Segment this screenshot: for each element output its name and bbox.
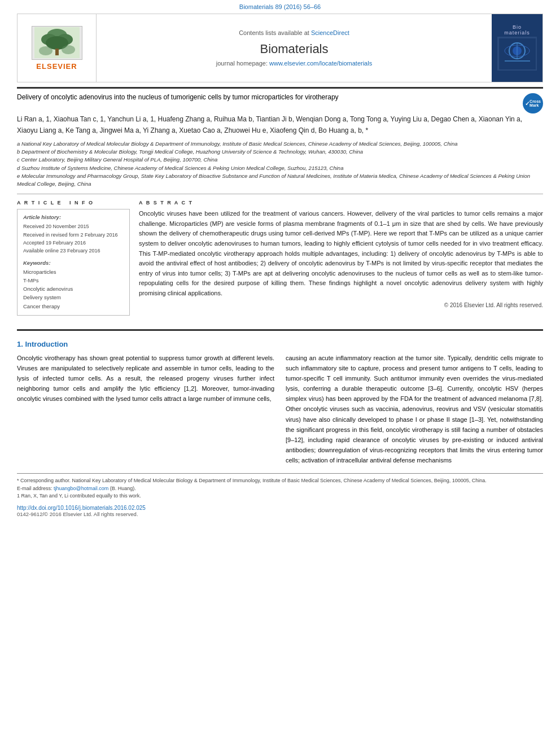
elsevier-wordmark: ELSEVIER bbox=[36, 62, 77, 71]
abstract-divider bbox=[17, 329, 543, 331]
journal-ref-bar: Biomaterials 89 (2016) 56–66 bbox=[0, 0, 560, 11]
article-info-col: A R T I C L E I N F O Article history: R… bbox=[17, 200, 130, 321]
crossmark-badge[interactable]: ✓CrossMark bbox=[523, 93, 543, 113]
journal-ref-text: Biomaterials 89 (2016) 56–66 bbox=[239, 3, 321, 10]
affiliation-d: d Suzhou Institute of Systems Medicine, … bbox=[17, 164, 543, 172]
footnote-1: 1 Ran, X, Tan and Y, Li contributed equa… bbox=[17, 492, 543, 500]
intro-right-col: causing an acute inflammatory reaction a… bbox=[286, 353, 543, 466]
abstract-col: A B S T R A C T Oncolytic viruses have b… bbox=[139, 200, 543, 321]
elsevier-tree-image bbox=[32, 26, 82, 60]
cover-svg bbox=[499, 38, 536, 69]
cover-thumbnail bbox=[497, 37, 537, 71]
affiliation-c: c Center Laboratory, Beijing Military Ge… bbox=[17, 156, 543, 164]
doi-line: http://dx.doi.org/10.1016/j.biomaterials… bbox=[17, 505, 543, 511]
abstract-section-label: A B S T R A C T bbox=[139, 200, 543, 206]
paper-title-row: Delivery of oncolytic adenovirus into th… bbox=[17, 93, 543, 113]
corresponding-author-note: * Corresponding author. National Key Lab… bbox=[17, 477, 543, 485]
article-info-box: Article history: Received 20 November 20… bbox=[17, 209, 130, 316]
footnote-section: * Corresponding author. National Key Lab… bbox=[17, 473, 543, 500]
intro-left-col: Oncolytic virotherapy has shown great po… bbox=[17, 353, 274, 466]
article-info-abstract-row: A R T I C L E I N F O Article history: R… bbox=[17, 200, 543, 321]
article-info-section-label: A R T I C L E I N F O bbox=[17, 200, 130, 206]
header-divider bbox=[17, 87, 543, 89]
affiliation-b: b Department of Biochemistry & Molecular… bbox=[17, 148, 543, 156]
elsevier-logo: ELSEVIER bbox=[32, 26, 82, 71]
journal-homepage-line: journal homepage: www.elsevier.com/locat… bbox=[216, 60, 372, 67]
affiliation-e: e Molecular Immunology and Pharmacology … bbox=[17, 172, 543, 189]
main-content-area: Delivery of oncolytic adenovirus into th… bbox=[0, 93, 560, 517]
article-history-label: Article history: bbox=[23, 214, 124, 220]
svg-point-6 bbox=[39, 46, 53, 55]
tree-svg bbox=[34, 27, 80, 58]
keywords-list: Microparticles T-MPs Oncolytic adenoviru… bbox=[23, 268, 124, 311]
contents-available-text: Contents lists available at ScienceDirec… bbox=[239, 29, 349, 36]
biomaterials-cover-logo: Biomaterials bbox=[492, 14, 542, 82]
email-address[interactable]: tjhuangbo@hotmail.com bbox=[54, 486, 108, 491]
issn-line: 0142-9612/© 2016 Elsevier Ltd. All right… bbox=[17, 511, 543, 517]
sciencedirect-link[interactable]: ScienceDirect bbox=[311, 29, 349, 36]
elsevier-logo-area: ELSEVIER bbox=[18, 14, 97, 82]
journal-name-heading: Biomaterials bbox=[260, 42, 328, 56]
intro-right-text: causing an acute inflammatory reaction a… bbox=[286, 355, 543, 464]
abstract-text: Oncolytic viruses have been utilized for… bbox=[139, 209, 543, 298]
intro-body-cols: Oncolytic virotherapy has shown great po… bbox=[17, 353, 543, 466]
affiliations-section: a National Key Laboratory of Medical Mol… bbox=[17, 140, 543, 189]
svg-point-7 bbox=[62, 45, 75, 54]
title-divider bbox=[17, 194, 543, 194]
received-date: Received 20 November 2015 Received in re… bbox=[23, 222, 124, 255]
journal-header: ELSEVIER Contents lists available at Sci… bbox=[17, 14, 543, 82]
bio-logo-title: Biomaterials bbox=[497, 24, 537, 36]
cover-image: Biomaterials bbox=[497, 24, 537, 72]
journal-homepage-link[interactable]: www.elsevier.com/locate/biomaterials bbox=[269, 60, 372, 67]
paper-title: Delivery of oncolytic adenovirus into th… bbox=[17, 93, 517, 101]
authors-list: Li Ran a, 1, Xiaohua Tan c, 1, Yanchun L… bbox=[17, 113, 543, 137]
intro-section-heading: 1. Introduction bbox=[17, 340, 543, 348]
svg-rect-5 bbox=[55, 49, 59, 55]
intro-left-text: Oncolytic virotherapy has shown great po… bbox=[17, 355, 274, 403]
paper-title-text: Delivery of oncolytic adenovirus into th… bbox=[17, 93, 339, 101]
journal-title-area: Contents lists available at ScienceDirec… bbox=[97, 14, 492, 82]
affiliation-a: a National Key Laboratory of Medical Mol… bbox=[17, 140, 543, 148]
copyright-text: © 2016 Elsevier Ltd. All rights reserved… bbox=[139, 302, 543, 308]
email-line: E-mail address: tjhuangbo@hotmail.com (B… bbox=[17, 485, 543, 493]
keywords-label: Keywords: bbox=[23, 260, 124, 266]
